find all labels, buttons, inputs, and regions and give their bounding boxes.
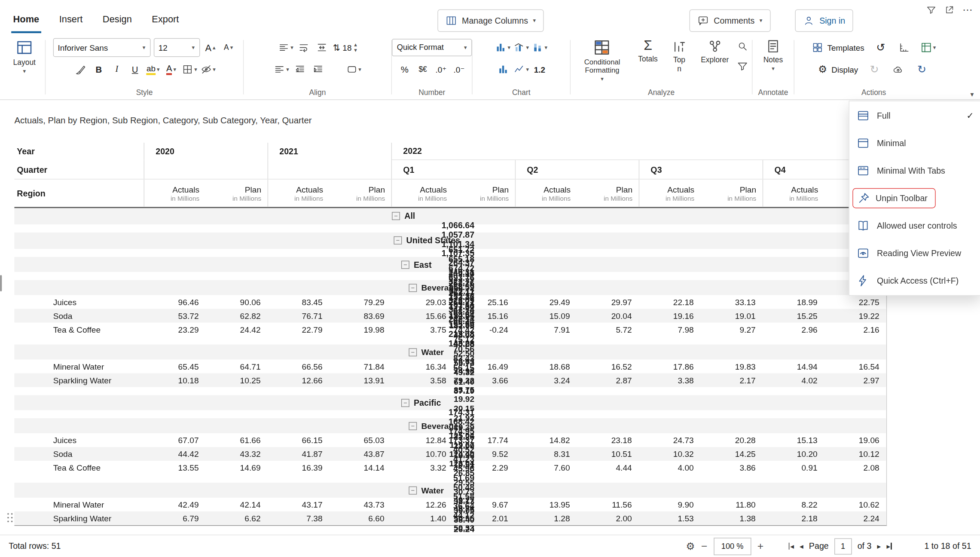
column-header[interactable]: Planin Millions — [453, 180, 515, 207]
value-cell[interactable]: 19.98 — [330, 325, 391, 334]
value-cell[interactable]: 43.73 — [330, 500, 391, 509]
value-cell[interactable]: 17.74 — [453, 435, 515, 445]
value-cell[interactable]: 41.87 — [268, 449, 330, 459]
value-cell[interactable]: 2.01 — [453, 514, 515, 523]
sparkline-button[interactable]: ▾ — [513, 61, 529, 78]
value-cell[interactable]: 10.32 — [639, 449, 701, 459]
column-header[interactable]: Actualsin Millions — [763, 180, 824, 207]
manage-columns-button[interactable]: Manage Columns ▾ — [437, 9, 544, 32]
redo-button[interactable]: ↻ — [867, 61, 882, 78]
value-cell[interactable]: 5.72 — [577, 325, 639, 334]
value-cell[interactable]: 23.29 — [144, 325, 206, 334]
value-cell[interactable]: 14.94 — [763, 362, 824, 371]
value-cell[interactable]: 3.75 — [391, 325, 453, 334]
page-number-input[interactable]: 1 — [834, 538, 852, 554]
value-cell[interactable]: 1.38 — [701, 514, 763, 523]
increase-decimal-button[interactable]: .0⁺ — [434, 61, 449, 78]
currency-format-button[interactable]: $€ — [415, 61, 430, 78]
column-header[interactable]: Actualsin Millions — [144, 180, 206, 207]
last-page-button[interactable]: ▸ — [886, 542, 891, 551]
value-cell[interactable]: 2.96 — [763, 325, 824, 334]
freeze-panes-button[interactable] — [897, 40, 912, 56]
totals-button[interactable]: Σ Totals — [634, 38, 662, 64]
value-cell[interactable]: 29.03 — [391, 297, 453, 307]
font-family-select[interactable]: Inforiver Sans ▾ — [53, 38, 150, 57]
bold-button[interactable]: B — [91, 61, 106, 78]
menu-item-unpin-toolbar[interactable]: Unpin Toolbar — [849, 184, 980, 212]
undo-button[interactable]: ↺ — [873, 40, 888, 56]
left-scrollbar-thumb[interactable] — [0, 275, 2, 291]
menu-item-quick-access-ctrl-f[interactable]: Quick Access (Ctrl+F) — [849, 267, 980, 294]
value-cell[interactable]: 83.45 — [268, 297, 330, 307]
value-cell[interactable]: 13.95 — [515, 500, 577, 509]
value-cell[interactable]: 43.32 — [206, 449, 268, 459]
value-cell[interactable]: 10.18 — [144, 376, 206, 385]
value-cell[interactable]: 17.86 — [639, 362, 701, 371]
value-cell[interactable]: 29.97 — [577, 297, 639, 307]
data-bars-button[interactable] — [495, 61, 510, 78]
value-cell[interactable]: 85.75 — [419, 385, 481, 395]
settings-gear-icon[interactable]: ⚙ — [686, 541, 695, 551]
combo-chart-button[interactable]: ▾ — [513, 40, 529, 56]
value-cell[interactable]: 83.69 — [330, 311, 391, 321]
value-cell[interactable]: 1,066.64 — [419, 221, 481, 230]
column-header[interactable]: Actualsin Millions — [268, 180, 330, 207]
percent-format-button[interactable]: % — [397, 61, 412, 78]
value-cell[interactable]: 25.16 — [453, 297, 515, 307]
value-cell[interactable]: 2.17 — [701, 376, 763, 385]
value-cell[interactable]: 19.83 — [701, 362, 763, 371]
value-cell[interactable]: 10.62 — [824, 500, 886, 509]
italic-button[interactable]: I — [110, 61, 125, 78]
value-cell[interactable]: 23.18 — [577, 435, 639, 445]
value-cell[interactable]: 14.25 — [701, 449, 763, 459]
value-cell[interactable]: 13.91 — [330, 376, 391, 385]
value-cell[interactable]: 3.24 — [515, 376, 577, 385]
table-row[interactable]: All1,066.641,057.871,101.341,107.35264.3… — [14, 208, 886, 224]
column-header[interactable]: Planin Millions — [206, 180, 268, 207]
value-cell[interactable]: 10.12 — [824, 449, 886, 459]
ellipsis-icon[interactable]: ⋯ — [962, 5, 972, 15]
value-cell[interactable]: 15.66 — [391, 311, 453, 321]
value-cell[interactable]: 11.56 — [577, 500, 639, 509]
column-header[interactable]: Planin Millions — [330, 180, 391, 207]
notes-button[interactable]: Notes ▾ — [759, 38, 787, 73]
borders-button[interactable]: ▾ — [182, 61, 197, 78]
value-cell[interactable]: 3.66 — [453, 376, 515, 385]
value-cell[interactable]: 71.84 — [330, 362, 391, 371]
value-cell[interactable]: 3.32 — [391, 463, 453, 472]
value-cell[interactable]: 9.67 — [453, 500, 515, 509]
value-cell[interactable]: 3.38 — [639, 376, 701, 385]
value-cell[interactable]: 43.87 — [330, 449, 391, 459]
value-cell[interactable]: 15.13 — [763, 435, 824, 445]
value-cell[interactable]: 15.09 — [515, 311, 577, 321]
increase-font-button[interactable]: A ▴ — [203, 40, 218, 56]
value-cell[interactable]: 90.06 — [206, 297, 268, 307]
tab-design[interactable]: Design — [101, 9, 134, 33]
tab-export[interactable]: Export — [150, 9, 181, 33]
templates-button[interactable]: Templates — [812, 40, 864, 56]
quick-format-dropdown[interactable]: Quick Format ▾ — [392, 39, 472, 56]
value-cell[interactable]: 24.42 — [206, 325, 268, 334]
collapse-icon[interactable] — [409, 487, 417, 495]
value-cell[interactable]: 96.46 — [144, 297, 206, 307]
value-cell[interactable]: 65.03 — [330, 435, 391, 445]
value-cell[interactable]: 22.18 — [639, 297, 701, 307]
search-icon[interactable] — [737, 41, 748, 52]
value-cell[interactable]: 16.49 — [453, 362, 515, 371]
column-header[interactable]: Actualsin Millions — [391, 180, 453, 207]
value-cell[interactable]: 12.26 — [391, 500, 453, 509]
cloud-upload-button[interactable] — [891, 61, 906, 78]
value-cell[interactable]: 3.86 — [701, 463, 763, 472]
value-cell[interactable]: 18.99 — [763, 297, 824, 307]
value-cell[interactable]: 19.16 — [639, 311, 701, 321]
value-cell[interactable]: 2.29 — [453, 463, 515, 472]
zoom-out-button[interactable]: − — [701, 540, 707, 552]
value-cell[interactable]: 43.17 — [268, 500, 330, 509]
value-cell[interactable]: 76.71 — [268, 311, 330, 321]
value-cell[interactable]: 6.60 — [330, 514, 391, 523]
zoom-level-input[interactable]: 100 % — [714, 537, 751, 555]
conditional-formatting-button[interactable]: Conditional Formatting ▾ — [574, 38, 630, 83]
value-cell[interactable]: 15.16 — [453, 311, 515, 321]
number-chart-button[interactable]: 1.2 — [532, 61, 547, 78]
value-cell[interactable]: 67.07 — [144, 435, 206, 445]
